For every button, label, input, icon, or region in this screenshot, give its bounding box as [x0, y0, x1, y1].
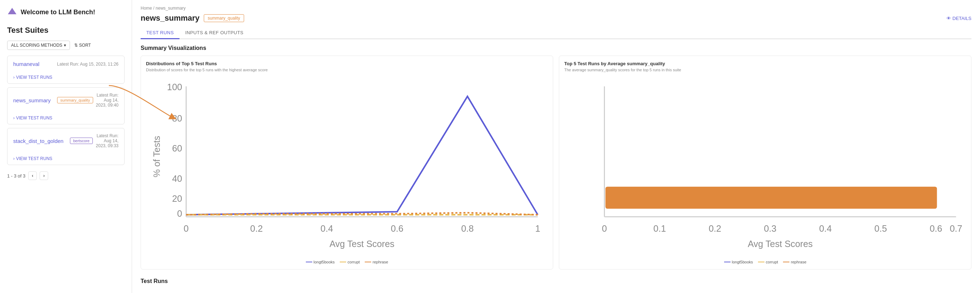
scoring-methods-label: ALL SCORING METHODS — [11, 43, 62, 48]
tab-inputs-ref-outputs[interactable]: INPUTS & REF OUTPUTS — [180, 27, 249, 39]
svg-text:0.6: 0.6 — [930, 223, 942, 233]
legend-item-corrupt-2: corrupt — [758, 260, 778, 264]
svg-text:0.5: 0.5 — [874, 223, 887, 233]
charts-row: Distributions of Top 5 Test Runs Distrib… — [141, 55, 971, 269]
svg-text:% of Tests: % of Tests — [152, 136, 162, 177]
svg-text:0.7: 0.7 — [950, 223, 962, 233]
col-header-test-run-name[interactable]: TEST RUN NAME ⇅ — [441, 289, 733, 293]
chevron-right-icon-news: › — [13, 116, 14, 120]
suite-name-stack-dist[interactable]: stack_dist_to_golden — [13, 138, 64, 144]
pagination-text: 1 - 3 of 3 — [7, 173, 25, 179]
summary-section: Summary Visualizations Distributions of … — [141, 45, 971, 269]
right-panel: Home / news_summary news_summary summary… — [132, 0, 980, 293]
runs-table: TIMESTAMP ⇅ TEST RUN NAME ⇅ AVG SCORE ⇅ — [141, 289, 971, 293]
summary-section-title: Summary Visualizations — [141, 45, 971, 51]
svg-text:0: 0 — [184, 223, 189, 233]
legend-item-rephrase-1: rephrase — [365, 260, 388, 264]
svg-marker-0 — [8, 8, 16, 14]
suite-footer-news: › VIEW TEST RUNS — [8, 112, 124, 124]
chart2-title: Top 5 Test Runs by Average summary_quali… — [564, 61, 966, 66]
logo-icon — [7, 7, 17, 17]
suite-list: humaneval Latest Run: Aug 15, 2023, 11:2… — [7, 55, 124, 169]
scoring-methods-button[interactable]: ALL SCORING METHODS ▾ — [7, 41, 70, 50]
svg-text:0.3: 0.3 — [764, 223, 776, 233]
detail-header: news_summary summary_quality — [141, 14, 244, 23]
sort-button[interactable]: ⇅ SORT — [74, 43, 91, 48]
svg-text:0.6: 0.6 — [391, 223, 403, 233]
svg-text:100: 100 — [167, 82, 182, 92]
col-header-timestamp[interactable]: TIMESTAMP ⇅ — [141, 289, 441, 293]
legend-label-corrupt-2: corrupt — [766, 260, 778, 264]
details-link[interactable]: 👁 DETAILS — [947, 16, 971, 21]
suite-meta-humaneval: Latest Run: Aug 15, 2023, 11:26 — [57, 62, 118, 67]
suite-item-news-summary: news_summary summary_quality Latest Run:… — [7, 87, 124, 124]
legend-line-rephrase-1 — [365, 261, 371, 262]
view-runs-button-stack-dist[interactable]: › VIEW TEST RUNS — [13, 156, 52, 161]
prev-page-button[interactable]: ‹ — [28, 171, 37, 180]
view-runs-label-stack: VIEW TEST RUNS — [16, 156, 52, 161]
breadcrumb-current: news_summary — [156, 6, 186, 11]
left-panel: Welcome to LLM Bench! Test Suites ALL SC… — [0, 0, 132, 293]
legend-line-longt5books-1 — [306, 261, 312, 262]
svg-text:0.2: 0.2 — [709, 223, 721, 233]
table-header-row: TIMESTAMP ⇅ TEST RUN NAME ⇅ AVG SCORE ⇅ — [141, 289, 971, 293]
suite-name-humaneval[interactable]: humaneval — [13, 61, 39, 67]
chart1-subtitle: Distribution of scores for the top 5 run… — [146, 68, 548, 72]
svg-text:0: 0 — [177, 209, 182, 219]
suite-item-humaneval: humaneval Latest Run: Aug 15, 2023, 11:2… — [7, 55, 124, 84]
breadcrumb: Home / news_summary — [141, 6, 971, 11]
svg-text:0.8: 0.8 — [461, 223, 474, 233]
col-header-avg-score[interactable]: AVG SCORE ⇅ — [733, 289, 971, 293]
bar-top-run — [605, 187, 937, 209]
sort-icon: ⇅ — [74, 43, 78, 48]
legend-label-longt5books-2: longt5books — [732, 260, 753, 264]
app-header: Welcome to LLM Bench! — [7, 7, 124, 17]
chevron-right-icon: › — [13, 75, 14, 80]
legend-label-corrupt-1: corrupt — [348, 260, 360, 264]
legend-label-longt5books-1: longt5books — [314, 260, 335, 264]
chart2-legend: longt5books corrupt rephrase — [564, 260, 966, 264]
legend-item-corrupt-1: corrupt — [340, 260, 360, 264]
detail-title: news_summary — [141, 14, 199, 23]
suite-badge-news-summary: summary_quality — [57, 97, 93, 103]
svg-text:1: 1 — [535, 223, 540, 233]
eye-icon: 👁 — [947, 16, 951, 21]
test-runs-section: Test Runs TIMESTAMP ⇅ TEST RUN NAME ⇅ — [141, 278, 971, 293]
toolbar: ALL SCORING METHODS ▾ ⇅ SORT — [7, 41, 124, 50]
suite-name-news-summary[interactable]: news_summary — [13, 97, 51, 103]
suite-footer-humaneval: › VIEW TEST RUNS — [8, 72, 124, 83]
pagination: 1 - 3 of 3 ‹ › — [7, 171, 124, 180]
svg-text:0.4: 0.4 — [819, 223, 832, 233]
view-runs-button-humaneval[interactable]: › VIEW TEST RUNS — [13, 75, 52, 80]
svg-text:60: 60 — [172, 143, 182, 153]
next-page-button[interactable]: › — [40, 171, 48, 180]
svg-text:80: 80 — [172, 113, 182, 124]
details-link-label: DETAILS — [953, 16, 971, 21]
svg-text:0.1: 0.1 — [654, 223, 666, 233]
svg-text:40: 40 — [172, 174, 182, 184]
suite-meta-news-summary: Latest Run: Aug 14, 2023, 09:40 — [93, 93, 118, 108]
dropdown-arrow-icon: ▾ — [64, 43, 66, 48]
tab-test-runs[interactable]: TEST RUNS — [141, 27, 180, 39]
breadcrumb-home[interactable]: Home — [141, 6, 152, 11]
svg-text:0: 0 — [602, 223, 607, 233]
sort-label: SORT — [79, 43, 91, 48]
legend-line-rephrase-2 — [783, 261, 789, 262]
suite-footer-stack: › VIEW TEST RUNS — [8, 153, 124, 165]
view-runs-label-news: VIEW TEST RUNS — [16, 116, 52, 120]
legend-line-longt5books-2 — [724, 261, 730, 262]
svg-text:Avg Test Scores: Avg Test Scores — [329, 239, 395, 249]
svg-text:0.2: 0.2 — [250, 223, 262, 233]
legend-line-corrupt-1 — [340, 261, 346, 262]
suite-item-header-news: news_summary summary_quality Latest Run:… — [8, 88, 124, 112]
tabs: TEST RUNS INPUTS & REF OUTPUTS — [141, 27, 971, 39]
view-runs-button-news-summary[interactable]: › VIEW TEST RUNS — [13, 116, 52, 120]
legend-label-rephrase-2: rephrase — [791, 260, 806, 264]
suite-item-stack-dist: stack_dist_to_golden bertscore Latest Ru… — [7, 128, 124, 165]
chart2-svg: 0 0.1 0.2 0.3 0.4 0.5 0.6 0.7 Avg Test S… — [564, 76, 966, 257]
test-runs-title: Test Runs — [141, 278, 971, 284]
chart-card-distributions: Distributions of Top 5 Test Runs Distrib… — [141, 55, 553, 269]
chart-card-top5: Top 5 Test Runs by Average summary_quali… — [559, 55, 971, 269]
suite-meta-stack-dist: Latest Run: Aug 14, 2023, 09:33 — [93, 133, 118, 148]
suite-item-header: humaneval Latest Run: Aug 15, 2023, 11:2… — [8, 56, 124, 72]
